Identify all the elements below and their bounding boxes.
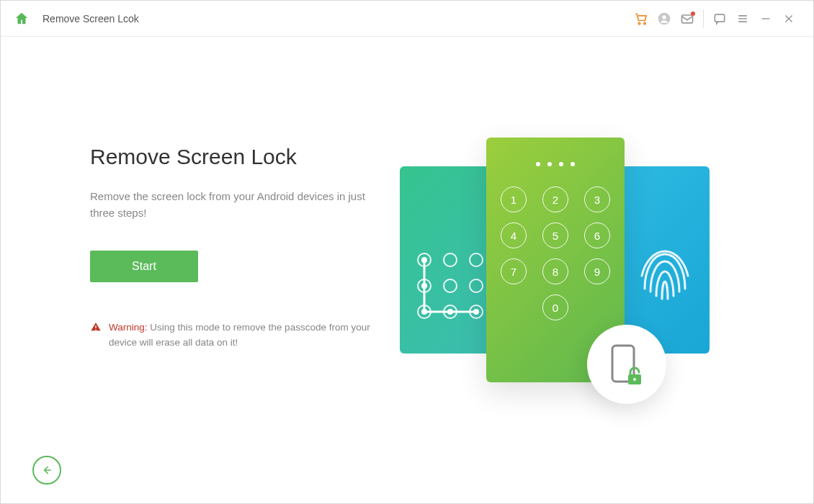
svg-point-10 — [444, 279, 457, 292]
page-heading: Remove Screen Lock — [90, 145, 393, 169]
svg-point-17 — [421, 309, 427, 315]
keypad-key: 2 — [542, 186, 568, 212]
title-bar: Remove Screen Lcok — [1, 1, 813, 37]
cart-icon[interactable] — [630, 7, 653, 30]
back-button[interactable] — [32, 456, 61, 485]
svg-point-7 — [444, 253, 457, 266]
svg-point-11 — [470, 279, 483, 292]
fingerprint-icon — [636, 238, 694, 306]
warning-body: Using this mode to remove the passcode f… — [109, 322, 370, 348]
toolbar-separator — [703, 9, 704, 28]
svg-point-8 — [470, 253, 483, 266]
menu-icon[interactable] — [731, 7, 754, 30]
keypad-key: 6 — [584, 222, 610, 248]
left-pane: Remove Screen Lock Remove the screen loc… — [90, 123, 393, 503]
illustration: 1 2 3 4 5 6 7 8 9 0 — [393, 123, 756, 503]
svg-point-16 — [421, 283, 427, 289]
svg-rect-4 — [682, 15, 693, 23]
account-icon[interactable] — [653, 7, 676, 30]
svg-point-19 — [473, 309, 479, 315]
svg-point-18 — [447, 309, 453, 315]
page-subtext: Remove the screen lock from your Android… — [90, 188, 378, 222]
warning-row: Warning: Using this mode to remove the p… — [90, 320, 393, 351]
warning-text: Warning: Using this mode to remove the p… — [109, 320, 393, 351]
svg-point-22 — [633, 378, 636, 381]
pin-dots-icon — [486, 162, 625, 166]
main-content: Remove Screen Lock Remove the screen loc… — [1, 37, 813, 503]
phone-unlock-icon — [587, 325, 666, 404]
pattern-card — [400, 166, 493, 354]
keypad: 1 2 3 4 5 6 7 8 9 0 — [498, 186, 613, 320]
keypad-key: 9 — [584, 258, 610, 284]
warning-icon — [90, 321, 102, 336]
mail-badge-icon — [691, 12, 695, 16]
keypad-key: 7 — [501, 258, 527, 284]
svg-point-15 — [421, 257, 427, 263]
svg-point-0 — [638, 22, 640, 24]
pattern-lock-icon — [416, 251, 485, 320]
arrow-left-icon — [40, 463, 54, 477]
minimize-icon[interactable] — [754, 7, 777, 30]
app-window: Remove Screen Lcok Remove Screen Lock — [0, 0, 814, 504]
close-icon[interactable] — [777, 7, 800, 30]
keypad-key: 1 — [501, 186, 527, 212]
svg-point-1 — [644, 22, 646, 24]
svg-rect-5 — [715, 14, 724, 22]
keypad-key: 0 — [542, 294, 568, 320]
mail-icon[interactable] — [676, 7, 699, 30]
keypad-key: 3 — [584, 186, 610, 212]
keypad-key: 5 — [542, 222, 568, 248]
svg-point-3 — [662, 15, 666, 19]
feedback-icon[interactable] — [708, 7, 731, 30]
keypad-key: 8 — [542, 258, 568, 284]
home-icon[interactable] — [14, 11, 30, 27]
window-title: Remove Screen Lcok — [43, 13, 139, 24]
warning-label: Warning: — [109, 322, 148, 333]
start-button[interactable]: Start — [90, 251, 198, 282]
keypad-key: 4 — [501, 222, 527, 248]
